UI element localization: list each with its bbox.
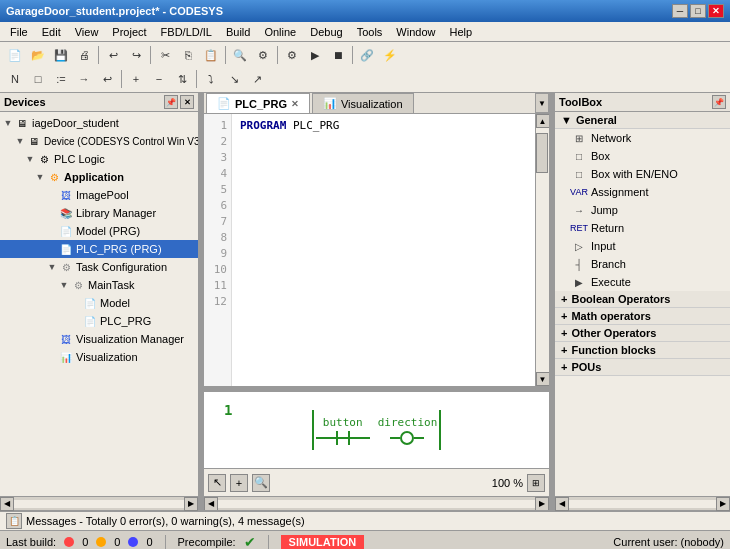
tree-vismanager[interactable]: 🖼 Visualization Manager [0, 330, 198, 348]
toolbox-box-eneno[interactable]: □ Box with EN/ENO [555, 165, 730, 183]
toolbox-pous-header[interactable]: + POUs [555, 359, 730, 376]
open-button[interactable]: 📂 [27, 45, 49, 65]
add-tool-button[interactable]: + [230, 474, 248, 492]
toolbox-assignment[interactable]: VAR Assignment [555, 183, 730, 201]
tree-visualization[interactable]: 📊 Visualization [0, 348, 198, 366]
disconnect-button[interactable]: ⚡ [379, 45, 401, 65]
connect-button[interactable]: 🔗 [356, 45, 378, 65]
vscroll-up-btn[interactable]: ▲ [536, 114, 550, 128]
lower-scroll-right[interactable]: ▶ [535, 497, 549, 511]
tree-model[interactable]: 📄 Model (PRG) [0, 222, 198, 240]
toolbox-boolops-header[interactable]: + Boolean Operators [555, 291, 730, 308]
tree-maintask[interactable]: ▼ ⚙ MainTask [0, 276, 198, 294]
sidebar-scrollbar-h[interactable]: ◀ ▶ [0, 496, 198, 510]
step-over-button[interactable]: ⤵ [200, 69, 222, 89]
del-row-button[interactable]: − [148, 69, 170, 89]
paste-button[interactable]: 📋 [200, 45, 222, 65]
return-button[interactable]: ↩ [96, 69, 118, 89]
sort-button[interactable]: ⚙ [252, 45, 274, 65]
tree-device[interactable]: ▼ 🖥 Device (CODESYS Control Win V3) [0, 132, 198, 150]
toolbox-general-header[interactable]: ▼ General [555, 112, 730, 129]
tree-root[interactable]: ▼ 🖥 iageDoor_student [0, 114, 198, 132]
maximize-button[interactable]: □ [690, 4, 706, 18]
new-button[interactable]: 📄 [4, 45, 26, 65]
tab-plcprg-close[interactable]: ✕ [291, 99, 299, 109]
cut-button[interactable]: ✂ [154, 45, 176, 65]
toolbox-controls[interactable]: 📌 [712, 95, 726, 109]
toolbox-input[interactable]: ▷ Input [555, 237, 730, 255]
vscroll-thumb[interactable] [536, 133, 548, 173]
toolbox-jump[interactable]: → Jump [555, 201, 730, 219]
taskconfig-toggle[interactable]: ▼ [46, 261, 58, 273]
minimize-button[interactable]: ─ [672, 4, 688, 18]
find-button[interactable]: 🔍 [229, 45, 251, 65]
devices-pin-button[interactable]: 📌 [164, 95, 178, 109]
toolbox-execute[interactable]: ▶ Execute [555, 273, 730, 291]
toolbox-network[interactable]: ⊞ Network [555, 129, 730, 147]
tree-application[interactable]: ▼ ⚙ Application [0, 168, 198, 186]
toolbox-otherops-header[interactable]: + Other Operators [555, 325, 730, 342]
maintask-toggle[interactable]: ▼ [58, 279, 70, 291]
tree-taskconfig[interactable]: ▼ ⚙ Task Configuration [0, 258, 198, 276]
tree-libmanager[interactable]: 📚 Library Manager [0, 204, 198, 222]
toolbox-box[interactable]: □ Box [555, 147, 730, 165]
menu-edit[interactable]: Edit [36, 24, 67, 40]
close-button[interactable]: ✕ [708, 4, 724, 18]
copy-button[interactable]: ⎘ [177, 45, 199, 65]
toolbox-funcblocks-header[interactable]: + Function blocks [555, 342, 730, 359]
menu-window[interactable]: Window [390, 24, 441, 40]
menu-tools[interactable]: Tools [351, 24, 389, 40]
net-button[interactable]: N [4, 69, 26, 89]
scrollbar-right-btn[interactable]: ▶ [184, 497, 198, 511]
run-button[interactable]: ▶ [304, 45, 326, 65]
plclogic-toggle[interactable]: ▼ [24, 153, 36, 165]
editor-vscrollbar[interactable]: ▲ ▼ [535, 114, 549, 386]
menu-file[interactable]: File [4, 24, 34, 40]
toolbox-scroll-right[interactable]: ▶ [716, 497, 730, 511]
zoom-fit-button[interactable]: ⊞ [527, 474, 545, 492]
toolbox-scrollbar-h[interactable]: ◀ ▶ [555, 496, 730, 510]
devices-controls[interactable]: 📌 ✕ [164, 95, 194, 109]
tree-model2[interactable]: 📄 Model [0, 294, 198, 312]
vscroll-down-btn[interactable]: ▼ [536, 372, 550, 386]
lower-scroll-left[interactable]: ◀ [204, 497, 218, 511]
tree-plclogic[interactable]: ▼ ⚙ PLC Logic [0, 150, 198, 168]
lower-hscrollbar[interactable]: ◀ ▶ [204, 496, 549, 510]
toolbox-return[interactable]: RET Return [555, 219, 730, 237]
scrollbar-left-btn[interactable]: ◀ [0, 497, 14, 511]
devices-close-button[interactable]: ✕ [180, 95, 194, 109]
jump-button[interactable]: → [73, 69, 95, 89]
zoom-tool-button[interactable]: 🔍 [252, 474, 270, 492]
root-toggle[interactable]: ▼ [2, 117, 14, 129]
toolbox-branch[interactable]: ┤ Branch [555, 255, 730, 273]
tab-plcprg[interactable]: 📄 PLC_PRG ✕ [206, 93, 310, 113]
app-toggle[interactable]: ▼ [34, 171, 46, 183]
toolbox-scroll-left[interactable]: ◀ [555, 497, 569, 511]
print-button[interactable]: 🖨 [73, 45, 95, 65]
tree-imagepool[interactable]: 🖼 ImagePool [0, 186, 198, 204]
toolbox-mathops-header[interactable]: + Math operators [555, 308, 730, 325]
toolbox-pin-button[interactable]: 📌 [712, 95, 726, 109]
tree-plcprg[interactable]: 📄 PLC_PRG (PRG) [0, 240, 198, 258]
menu-online[interactable]: Online [258, 24, 302, 40]
save-button[interactable]: 💾 [50, 45, 72, 65]
cursor-tool-button[interactable]: ↖ [208, 474, 226, 492]
redo-button[interactable]: ↪ [125, 45, 147, 65]
compile-button[interactable]: ⚙ [281, 45, 303, 65]
stop-button[interactable]: ⏹ [327, 45, 349, 65]
vscroll-track[interactable] [536, 128, 549, 372]
step-in-button[interactable]: ↘ [223, 69, 245, 89]
undo-button[interactable]: ↩ [102, 45, 124, 65]
assign-button[interactable]: := [50, 69, 72, 89]
tab-dropdown-button[interactable]: ▼ [535, 93, 549, 113]
step-out-button[interactable]: ↗ [246, 69, 268, 89]
menu-build[interactable]: Build [220, 24, 256, 40]
window-controls[interactable]: ─ □ ✕ [672, 4, 724, 18]
tab-visualization[interactable]: 📊 Visualization [312, 93, 414, 113]
add-row-button[interactable]: + [125, 69, 147, 89]
tree-plcprg2[interactable]: 📄 PLC_PRG [0, 312, 198, 330]
menu-fbdldil[interactable]: FBD/LD/IL [155, 24, 218, 40]
menu-debug[interactable]: Debug [304, 24, 348, 40]
code-editor[interactable]: PROGRAM PLC_PRG [232, 114, 535, 386]
menu-project[interactable]: Project [106, 24, 152, 40]
